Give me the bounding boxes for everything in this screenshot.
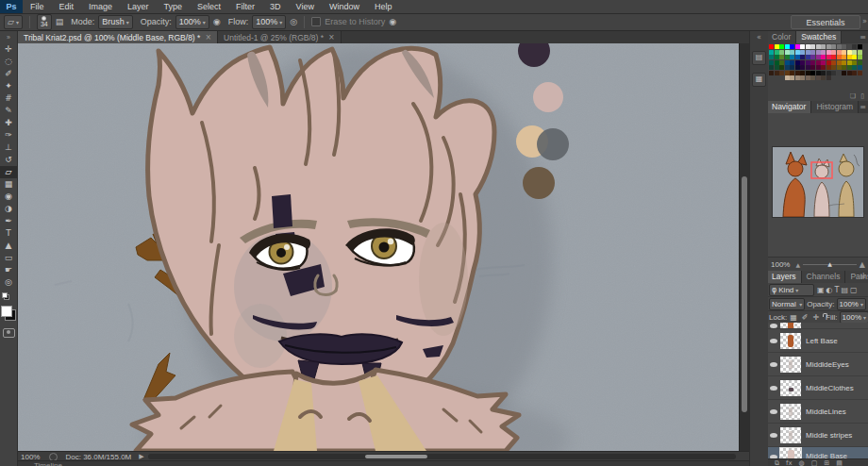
- swatch[interactable]: [816, 44, 821, 49]
- collapsed-panel-icon-2[interactable]: ▦: [752, 73, 766, 87]
- swatch[interactable]: [800, 55, 805, 59]
- swatch[interactable]: [769, 50, 774, 55]
- swatch[interactable]: [837, 71, 842, 75]
- swatch[interactable]: [800, 75, 805, 80]
- pressure-opacity-icon[interactable]: ◉: [213, 17, 221, 26]
- swatch[interactable]: [795, 44, 800, 49]
- visibility-eye-icon[interactable]: [767, 383, 780, 392]
- menu-type[interactable]: Type: [157, 0, 191, 13]
- swatch[interactable]: [842, 65, 846, 70]
- swatch[interactable]: [826, 65, 831, 70]
- panel-menu-icon[interactable]: ≡: [860, 103, 866, 111]
- menu-help[interactable]: Help: [367, 0, 400, 13]
- swatch[interactable]: [831, 65, 836, 70]
- navigator-preview[interactable]: [772, 146, 864, 218]
- swatch[interactable]: [810, 44, 815, 49]
- swatch[interactable]: [775, 71, 779, 75]
- swatch[interactable]: [785, 71, 790, 75]
- slider-thumb-icon[interactable]: ▲: [827, 260, 832, 267]
- blur-tool[interactable]: ◉: [0, 191, 17, 203]
- lock-icon[interactable]: ▦: [789, 313, 798, 322]
- canvas[interactable]: [17, 43, 739, 451]
- swatch[interactable]: [806, 60, 810, 65]
- layer-row[interactable]: Middle stripes: [767, 424, 868, 447]
- swatch[interactable]: [852, 55, 857, 59]
- swatch[interactable]: [769, 71, 774, 75]
- collapse-panels-icon[interactable]: «: [750, 31, 768, 43]
- active-tool-preset[interactable]: ▱ ▾: [4, 15, 23, 29]
- swatch[interactable]: [821, 44, 826, 49]
- swatch[interactable]: [831, 44, 836, 49]
- swatch[interactable]: [837, 50, 842, 55]
- healing-brush-tool[interactable]: ✚: [0, 117, 17, 129]
- swatch[interactable]: [810, 50, 815, 55]
- swatch[interactable]: [826, 50, 831, 55]
- swatch[interactable]: [795, 75, 800, 80]
- swatch[interactable]: [790, 60, 794, 65]
- swatch[interactable]: [858, 65, 862, 70]
- collapsed-panel-icon-1[interactable]: ▤: [752, 51, 766, 65]
- brush-preset-picker[interactable]: 34: [37, 14, 52, 30]
- swatch[interactable]: [769, 55, 774, 59]
- swatch[interactable]: [806, 55, 810, 59]
- foreground-color-swatch[interactable]: [1, 306, 12, 317]
- swatch[interactable]: [852, 71, 857, 75]
- swatch[interactable]: [779, 65, 784, 70]
- menu-file[interactable]: File: [23, 0, 52, 13]
- swatch[interactable]: [775, 55, 779, 59]
- tab-color[interactable]: Color: [767, 31, 796, 43]
- panel-menu-icon[interactable]: ≡: [860, 273, 866, 281]
- swatch[interactable]: [837, 55, 842, 59]
- swatch[interactable]: [821, 65, 826, 70]
- swatch[interactable]: [831, 71, 836, 75]
- menu-3d[interactable]: 3D: [262, 0, 289, 13]
- visibility-eye-icon[interactable]: [767, 336, 780, 345]
- swatch[interactable]: [842, 71, 846, 75]
- swatch[interactable]: [858, 71, 862, 75]
- swatch[interactable]: [795, 71, 800, 75]
- gradient-tool[interactable]: ▦: [0, 178, 17, 191]
- swatch[interactable]: [858, 44, 862, 49]
- filter-icon[interactable]: T: [834, 286, 841, 294]
- swatch[interactable]: [790, 55, 794, 59]
- swatch[interactable]: [852, 60, 857, 65]
- brush-tool[interactable]: ✑: [0, 129, 17, 141]
- swatch[interactable]: [810, 71, 815, 75]
- tab-swatches[interactable]: Swatches: [796, 31, 842, 43]
- eraser-tool[interactable]: ▱: [0, 166, 17, 178]
- swatch[interactable]: [842, 55, 846, 59]
- panel-menu-icon[interactable]: ≡: [860, 33, 866, 42]
- swatch[interactable]: [842, 44, 846, 49]
- lock-icon[interactable]: ✐: [801, 313, 810, 322]
- menu-layer[interactable]: Layer: [120, 0, 157, 13]
- swatch[interactable]: [790, 71, 794, 75]
- menu-image[interactable]: Image: [81, 0, 120, 13]
- menu-view[interactable]: View: [289, 0, 322, 13]
- vertical-scrollbar-thumb[interactable]: [742, 176, 747, 412]
- layers-footer-icon[interactable]: ⧉: [775, 459, 779, 466]
- visibility-eye-icon[interactable]: [767, 407, 780, 416]
- swatch[interactable]: [847, 55, 852, 59]
- document-tab[interactable]: Untitled-1 @ 25% (RGB/8) *×: [218, 31, 342, 43]
- horizontal-scrollbar[interactable]: [148, 454, 736, 459]
- move-tool[interactable]: ✛: [0, 43, 17, 56]
- filter-icon[interactable]: ▤: [840, 286, 849, 294]
- swatch[interactable]: [842, 50, 846, 55]
- workspace-switcher-button[interactable]: Essentials: [791, 15, 860, 29]
- swatch[interactable]: [790, 65, 794, 70]
- swatch[interactable]: [821, 55, 826, 59]
- vertical-scrollbar[interactable]: [739, 43, 749, 451]
- swatch[interactable]: [831, 50, 836, 55]
- mode-select[interactable]: Brush ▾: [98, 15, 133, 29]
- swatch[interactable]: [852, 50, 857, 55]
- swatch[interactable]: [795, 55, 800, 59]
- tab-close-icon[interactable]: ×: [205, 33, 211, 42]
- swatch[interactable]: [847, 60, 852, 65]
- clone-stamp-tool[interactable]: ⊥: [0, 141, 17, 154]
- marquee-tool[interactable]: ◌: [0, 56, 17, 68]
- swatch[interactable]: [790, 44, 794, 49]
- pressure-size-icon[interactable]: ◉: [389, 17, 396, 26]
- swatch[interactable]: [806, 50, 810, 55]
- horizontal-scrollbar-thumb[interactable]: [365, 455, 427, 458]
- path-select-tool[interactable]: ▲: [0, 240, 17, 252]
